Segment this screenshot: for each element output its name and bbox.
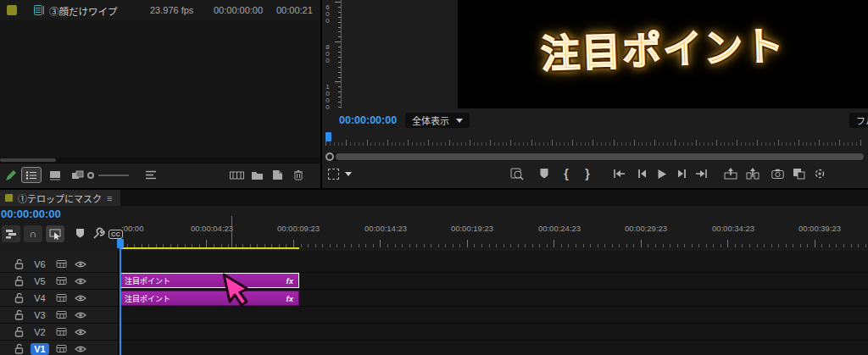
track-target-label[interactable]: V1 <box>31 343 49 355</box>
panel-menu-icon[interactable]: ≡ <box>107 193 112 203</box>
quality-value: フル画質 <box>856 114 868 127</box>
timeline-settings-icon[interactable] <box>92 227 105 240</box>
linked-selection-icon[interactable] <box>46 225 64 242</box>
freeform-view-button[interactable] <box>68 167 88 183</box>
track-lock-icon[interactable] <box>14 326 24 337</box>
add-marker-icon[interactable] <box>537 166 552 181</box>
track-lane-v1[interactable] <box>119 341 868 355</box>
track-header-v3[interactable]: V3 <box>0 307 119 324</box>
track-output-eye-icon[interactable] <box>75 260 86 269</box>
snap-icon[interactable]: ∩ <box>24 225 42 242</box>
track-sync-lock-icon[interactable] <box>56 259 67 269</box>
playback-quality-select[interactable]: フル画質 <box>849 113 868 128</box>
track-output-eye-icon[interactable] <box>75 277 86 286</box>
track-header-v4[interactable]: V4 <box>0 290 119 307</box>
automate-to-sequence-icon[interactable] <box>230 170 244 180</box>
monitor-zoom-scrollbar[interactable] <box>326 153 865 161</box>
track-lock-icon[interactable] <box>14 258 24 269</box>
go-to-out-icon[interactable] <box>694 166 709 181</box>
track-sync-lock-icon[interactable] <box>56 344 67 353</box>
track-sync-lock-icon[interactable] <box>56 293 67 302</box>
track-lock-icon[interactable] <box>14 292 24 303</box>
timeline-add-marker-icon[interactable] <box>75 228 85 239</box>
lift-icon[interactable] <box>723 166 738 181</box>
track-output-eye-icon[interactable] <box>75 294 86 302</box>
icon-view-button[interactable] <box>45 167 65 183</box>
label-color-chip[interactable] <box>7 5 17 15</box>
clip-v5-selected[interactable]: 注目ポイント fx <box>120 273 299 288</box>
clip-fps: 23.976 fps <box>150 5 193 15</box>
zoom-level-select[interactable]: 全体表示 <box>405 113 470 128</box>
timeline-panel: ①テロップにマスク ≡ 00:00:00:00 ∩ CC :00:00 00:0… <box>0 190 868 355</box>
timeline-toolbar: ∩ CC <box>0 222 120 249</box>
new-item-icon[interactable] <box>272 169 283 180</box>
timeline-tab-bar: ①テロップにマスク ≡ <box>0 190 868 206</box>
safe-margins-icon[interactable] <box>326 166 341 181</box>
monitor-scrollbar-knob[interactable] <box>326 153 334 161</box>
step-back-icon[interactable] <box>634 166 649 181</box>
play-button[interactable] <box>654 166 670 181</box>
timeline-timecode[interactable]: 00:00:00:00 <box>1 208 61 220</box>
writable-pencil-icon[interactable] <box>4 169 18 182</box>
playhead-line[interactable] <box>120 239 121 355</box>
ruler-label-800: 800 <box>325 43 331 64</box>
transport-controls: { } <box>322 166 868 185</box>
chevron-down-icon <box>456 119 463 123</box>
ruler-label: 00:00:39:23 <box>798 224 841 233</box>
track-output-eye-icon[interactable] <box>75 345 86 353</box>
track-target-label[interactable]: V3 <box>31 310 49 320</box>
playhead-handle[interactable] <box>117 239 124 248</box>
track-target-label[interactable]: V2 <box>31 327 49 337</box>
program-timecode[interactable]: 00:00:00:00 <box>339 114 397 126</box>
new-bin-icon[interactable] <box>251 170 264 180</box>
sequence-tab[interactable]: ①テロップにマスク ≡ <box>0 190 120 206</box>
track-lock-icon[interactable] <box>14 343 24 354</box>
sequence-icon <box>34 5 46 15</box>
program-video-frame[interactable]: 注目ポイント <box>458 0 868 108</box>
track-lane-v6[interactable] <box>119 256 868 273</box>
delete-icon[interactable] <box>293 169 303 180</box>
project-item-row[interactable]: ③顔だけワイプ 23.976 fps 00:00:00:00 00:00:21 <box>0 0 320 20</box>
clip-name[interactable]: ③顔だけワイプ <box>49 4 118 18</box>
track-target-label[interactable]: V5 <box>31 276 49 286</box>
track-header-v5[interactable]: V5 <box>0 273 119 290</box>
scrollbar-thumb[interactable] <box>0 158 56 162</box>
track-lane-v2[interactable] <box>119 324 868 341</box>
extract-icon[interactable] <box>745 166 760 181</box>
comparison-view-icon[interactable] <box>509 166 525 181</box>
zoom-slider-track[interactable] <box>98 175 129 176</box>
list-view-button[interactable] <box>21 167 42 183</box>
compare-frames-icon[interactable] <box>791 166 806 181</box>
go-to-in-icon[interactable] <box>611 166 626 181</box>
settings-chevron-icon[interactable] <box>341 166 356 181</box>
sort-icon[interactable] <box>145 170 157 180</box>
track-sync-lock-icon[interactable] <box>56 276 67 286</box>
zoom-slider-knob[interactable] <box>87 172 94 179</box>
nest-toggle-icon[interactable] <box>2 225 20 242</box>
mark-in-icon[interactable]: { <box>559 166 574 181</box>
monitor-vertical-ruler: 600 800 1000 <box>322 0 342 108</box>
track-target-label[interactable]: V4 <box>31 293 49 303</box>
mark-out-icon[interactable]: } <box>580 166 595 181</box>
track-header-v1[interactable]: V1 <box>0 341 119 355</box>
fx-badge[interactable]: fx <box>287 276 298 286</box>
track-target-label[interactable]: V6 <box>31 259 49 269</box>
track-sync-lock-icon[interactable] <box>56 310 67 319</box>
ruler-label-600: 600 <box>325 3 331 24</box>
track-lock-icon[interactable] <box>14 309 24 320</box>
monitor-time-ruler[interactable] <box>326 134 865 146</box>
fx-badge[interactable]: fx <box>287 294 298 303</box>
settings-gear-icon[interactable] <box>812 166 827 181</box>
monitor-scrollbar-thumb[interactable] <box>336 153 864 160</box>
step-forward-icon[interactable] <box>674 166 689 181</box>
track-output-eye-icon[interactable] <box>75 311 86 319</box>
clip-v4[interactable]: 注目ポイント fx <box>120 291 299 306</box>
track-header-v6[interactable]: V6 <box>0 256 119 273</box>
track-output-eye-icon[interactable] <box>75 328 86 336</box>
track-sync-lock-icon[interactable] <box>56 327 67 336</box>
track-lock-icon[interactable] <box>14 275 24 286</box>
export-frame-icon[interactable] <box>770 166 785 181</box>
ruler-label: 00:00:24:23 <box>538 224 581 233</box>
track-header-v2[interactable]: V2 <box>0 324 119 341</box>
clip-label: 注目ポイント <box>121 275 287 286</box>
